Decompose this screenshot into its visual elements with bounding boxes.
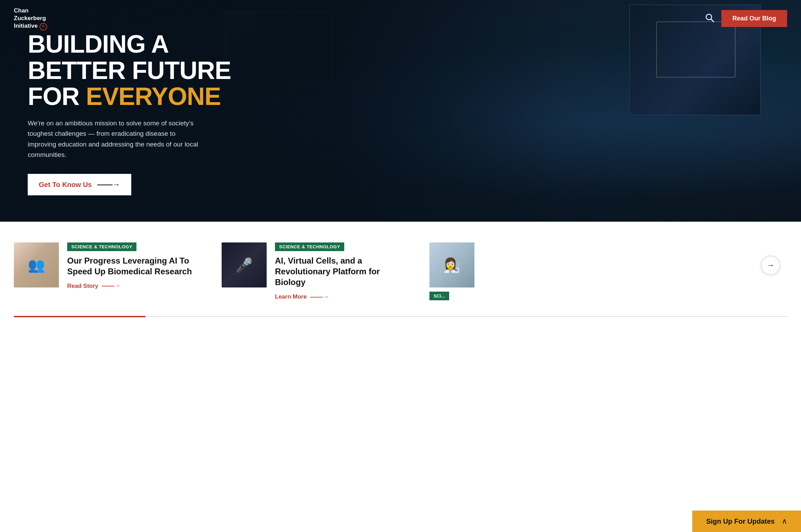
site-header: Chan Zuckerberg Initiative ® Read Our Bl… — [0, 0, 801, 37]
card-3-partial: SCI... — [429, 242, 474, 302]
hero-content: BUILDING A BETTER FUTURE FOR EVERYONE We… — [28, 31, 231, 195]
logo-text: Chan Zuckerberg Initiative ® — [14, 7, 47, 30]
card-1-title: Our Progress Leveraging AI To Speed Up B… — [67, 255, 201, 277]
cta-arrow-icon: ——→ — [97, 180, 120, 189]
card-2-thumbnail — [222, 242, 267, 287]
progress-bar-fill — [14, 316, 145, 317]
cta-label: Get To Know Us — [39, 181, 92, 189]
read-blog-button[interactable]: Read Our Blog — [721, 10, 787, 27]
next-arrow-icon: → — [767, 261, 774, 270]
next-card-button[interactable]: → — [761, 256, 780, 275]
card-1-tag: SCIENCE & TECHNOLOGY — [67, 242, 136, 251]
card-1-body: SCIENCE & TECHNOLOGY Our Progress Levera… — [67, 242, 201, 290]
card-1: SCIENCE & TECHNOLOGY Our Progress Levera… — [14, 242, 201, 290]
carousel-progress — [0, 316, 801, 318]
card-2-link-arrow-icon: ——→ — [310, 293, 329, 301]
progress-bar-track — [145, 316, 787, 317]
cards-section: SCIENCE & TECHNOLOGY Our Progress Levera… — [0, 222, 801, 309]
card-1-thumbnail — [14, 242, 59, 287]
card-2-tag: SCIENCE & TECHNOLOGY — [275, 242, 344, 251]
card-2-title: AI, Virtual Cells, and a Revolutionary P… — [275, 255, 409, 288]
get-to-know-us-button[interactable]: Get To Know Us ——→ — [28, 174, 131, 195]
hero-title: BUILDING A BETTER FUTURE FOR EVERYONE — [28, 31, 231, 110]
logo-icon: ® — [39, 23, 47, 30]
card-1-link-label: Read Story — [67, 283, 98, 290]
svg-line-1 — [711, 19, 714, 22]
hero-section: Chan Zuckerberg Initiative ® Read Our Bl… — [0, 0, 801, 222]
hero-subtitle: We're on an ambitious mission to solve s… — [28, 118, 201, 160]
card-3-thumbnail — [429, 242, 474, 287]
header-actions: Read Our Blog — [705, 10, 787, 27]
search-button[interactable] — [705, 13, 714, 25]
card-3-tag: SCI... — [429, 292, 449, 300]
card-2-link[interactable]: Learn More ——→ — [275, 293, 329, 301]
card-1-link[interactable]: Read Story ——→ — [67, 282, 121, 290]
card-2-link-label: Learn More — [275, 293, 307, 300]
card-1-link-arrow-icon: ——→ — [102, 282, 121, 290]
card-2-body: SCIENCE & TECHNOLOGY AI, Virtual Cells, … — [275, 242, 409, 301]
card-2: SCIENCE & TECHNOLOGY AI, Virtual Cells, … — [222, 242, 409, 301]
site-logo: Chan Zuckerberg Initiative ® — [14, 7, 47, 30]
